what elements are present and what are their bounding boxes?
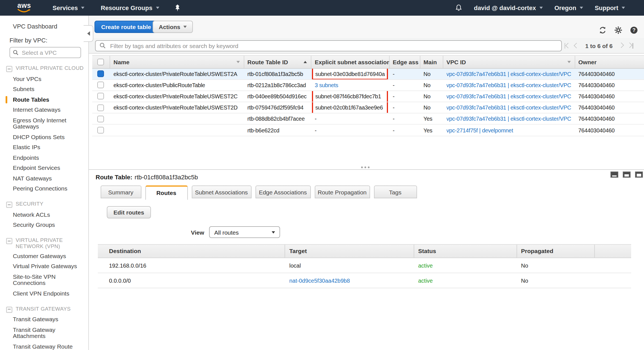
- tab-summary[interactable]: Summary: [100, 185, 141, 198]
- help-button[interactable]: ?: [630, 26, 638, 34]
- create-route-table-button[interactable]: Create route table: [94, 21, 158, 33]
- tab-route-propagation[interactable]: Route Propagation: [314, 185, 370, 198]
- sidebar-item-peering-connections[interactable]: Peering Connections: [0, 184, 83, 194]
- nav-services-menu[interactable]: Services: [53, 4, 85, 11]
- vpc-link[interactable]: vpc-07d93fc7a47eb6b31 | eksctl-cortex-cl…: [446, 71, 571, 77]
- notifications-button[interactable]: [455, 4, 462, 12]
- layout-bottom-small-icon[interactable]: [610, 172, 618, 178]
- table-row[interactable]: eksctl-cortex-cluster/PrivateRouteTableU…: [92, 68, 644, 80]
- actions-button[interactable]: Actions: [153, 21, 193, 33]
- sidebar-item-dhcp-options-sets[interactable]: DHCP Options Sets: [0, 132, 83, 142]
- select-all-checkbox[interactable]: [97, 58, 104, 65]
- last-page-button[interactable]: [628, 43, 633, 48]
- vpc-link[interactable]: vpc-07d93fc7a47eb6b31 | eksctl-cortex-cl…: [446, 93, 571, 99]
- layout-bottom-medium-icon[interactable]: [623, 172, 631, 178]
- subnets-link[interactable]: 3 subnets: [315, 82, 338, 88]
- splitter-grip-icon[interactable]: [361, 166, 370, 168]
- column-header-owner[interactable]: Owner: [575, 56, 644, 68]
- sidebar-item-network-acls[interactable]: Network ACLs: [0, 209, 83, 220]
- sidebar-item-client-vpn-endpoints[interactable]: Client VPN Endpoints: [0, 288, 83, 299]
- sidebar-item-nat-gateways[interactable]: NAT Gateways: [0, 173, 83, 184]
- row-checkbox[interactable]: [97, 82, 104, 89]
- route-row: 0.0.0.0/0nat-0d9ce5f30aa42b9b8activeNo: [98, 273, 631, 288]
- tab-routes[interactable]: Routes: [145, 185, 188, 200]
- first-page-button[interactable]: [565, 43, 570, 48]
- cell-route-table-id: rtb-0212a1b8c786cc3ad: [244, 80, 311, 90]
- nat-gateway-link[interactable]: nat-0d9ce5f30aa42b9b8: [289, 277, 350, 284]
- table-row[interactable]: eksctl-cortex-cluster/PrivateRouteTableU…: [92, 102, 644, 113]
- table-row[interactable]: eksctl-cortex-cluster/PrivateRouteTableU…: [92, 91, 644, 102]
- pin-shortcut-button[interactable]: [174, 4, 180, 11]
- sidebar-section: VIRTUAL PRIVATE NETWORK (VPN)Customer Ga…: [0, 237, 88, 299]
- vpc-link[interactable]: vpc-07d93fc7a47eb6b31 | eksctl-cortex-cl…: [446, 104, 571, 111]
- sidebar-item-security-groups[interactable]: Security Groups: [0, 220, 83, 230]
- sidebar-collapse-button[interactable]: [83, 25, 93, 42]
- chevron-down-icon: [81, 7, 85, 9]
- sidebar-item-endpoints[interactable]: Endpoints: [0, 153, 83, 163]
- tab-subnet-associations[interactable]: Subnet Associations: [191, 185, 251, 198]
- tab-tags[interactable]: Tags: [374, 185, 417, 198]
- cell-route-table-id: rtb-0759476d2f595fc94: [244, 102, 311, 113]
- view-select[interactable]: All routes: [209, 226, 280, 238]
- row-checkbox[interactable]: [97, 116, 104, 122]
- prev-page-button[interactable]: [575, 44, 579, 47]
- select-vpc-input[interactable]: [21, 49, 78, 56]
- table-row[interactable]: rtb-b6e622cd--Yesvpc-2714f75f | develpom…: [92, 125, 644, 136]
- column-header-vpc-id[interactable]: VPC ID: [443, 56, 575, 68]
- sidebar-item-egress-only-internet-gateways[interactable]: Egress Only Internet Gateways: [0, 115, 83, 132]
- cell-main: Yes: [420, 114, 443, 124]
- layout-buttons: [610, 172, 643, 178]
- sidebar-item-elastic-ips[interactable]: Elastic IPs: [0, 142, 83, 153]
- edit-routes-button[interactable]: Edit routes: [107, 206, 151, 218]
- support-menu[interactable]: Support: [595, 4, 625, 11]
- column-header-main[interactable]: Main: [420, 56, 443, 68]
- sidebar-item-your-vpcs[interactable]: Your VPCs: [0, 74, 83, 84]
- column-header-explicit-subnet[interactable]: Explicit subnet association: [311, 56, 389, 68]
- cell-vpc-id: vpc-07d93fc7a47eb6b31 | eksctl-cortex-cl…: [443, 80, 575, 90]
- chevron-down-icon: [580, 7, 583, 9]
- region-menu[interactable]: Oregon: [554, 4, 583, 11]
- pane-splitter[interactable]: [88, 169, 644, 170]
- nav-resource-groups-menu[interactable]: Resource Groups: [101, 4, 159, 11]
- sidebar-item-customer-gateways[interactable]: Customer Gateways: [0, 251, 83, 261]
- cell-route-table-id: rtb-040ee89b504d916ec: [244, 91, 311, 102]
- sidebar-section-header[interactable]: VIRTUAL PRIVATE CLOUD: [6, 65, 84, 72]
- next-page-button[interactable]: [619, 44, 623, 47]
- sidebar-section-header[interactable]: TRANSIT GATEWAYS: [6, 306, 84, 313]
- sidebar-item-route-tables[interactable]: Route Tables: [0, 94, 83, 105]
- sidebar-item-site-to-site-vpn-connections[interactable]: Site-to-Site VPN Connections: [0, 272, 83, 288]
- table-row[interactable]: eksctl-cortex-cluster/PublicRouteTablert…: [92, 80, 644, 91]
- settings-button[interactable]: [614, 26, 622, 34]
- table-row[interactable]: rtb-088db82cb4bf7acee--Yesvpc-07d93fc7a4…: [92, 114, 644, 125]
- row-checkbox[interactable]: [97, 104, 104, 111]
- refresh-button[interactable]: [599, 26, 607, 34]
- sidebar-item-virtual-private-gateways[interactable]: Virtual Private Gateways: [0, 261, 83, 272]
- row-checkbox[interactable]: [97, 70, 104, 77]
- column-header-name[interactable]: Name: [110, 56, 244, 68]
- row-checkbox[interactable]: [97, 93, 104, 100]
- vpc-link[interactable]: vpc-07d93fc7a47eb6b31 | eksctl-cortex-cl…: [446, 116, 571, 122]
- sidebar-item-vpc-dashboard[interactable]: VPC Dashboard: [13, 23, 88, 30]
- vpc-link[interactable]: vpc-2714f75f | develpomnet: [446, 127, 513, 133]
- aws-logo[interactable]: aws: [17, 2, 31, 13]
- account-menu[interactable]: david @ david-cortex: [474, 4, 543, 11]
- tab-edge-associations[interactable]: Edge Associations: [255, 185, 311, 198]
- cell-edge-associations: -: [389, 68, 420, 79]
- sidebar-item-endpoint-services[interactable]: Endpoint Services: [0, 163, 83, 173]
- sidebar-section-header[interactable]: VIRTUAL PRIVATE NETWORK (VPN): [6, 237, 84, 249]
- layout-bottom-large-icon[interactable]: [635, 172, 643, 178]
- row-checkbox[interactable]: [97, 127, 104, 134]
- column-header-edge[interactable]: Edge ass: [389, 56, 420, 68]
- filter-search-input[interactable]: [109, 42, 557, 49]
- column-header-route-table-id[interactable]: Route Table ID: [244, 56, 311, 68]
- sidebar-item-subnets[interactable]: Subnets: [0, 84, 83, 94]
- vpc-link[interactable]: vpc-07d93fc7a47eb6b31 | eksctl-cortex-cl…: [446, 82, 571, 88]
- sidebar-section-header[interactable]: SECURITY: [6, 201, 84, 208]
- sidebar-item-transit-gateway-attachments[interactable]: Transit Gateway Attachments: [0, 325, 83, 341]
- select-vpc-combobox[interactable]: [10, 47, 81, 58]
- filter-search-box[interactable]: [95, 40, 562, 51]
- sidebar-item-internet-gateways[interactable]: Internet Gateways: [0, 105, 83, 115]
- sidebar-item-transit-gateway-route-tables[interactable]: Transit Gateway Route Tables: [0, 341, 83, 350]
- select-all-cell: [92, 56, 110, 68]
- sidebar-item-transit-gateways[interactable]: Transit Gateways: [0, 314, 83, 325]
